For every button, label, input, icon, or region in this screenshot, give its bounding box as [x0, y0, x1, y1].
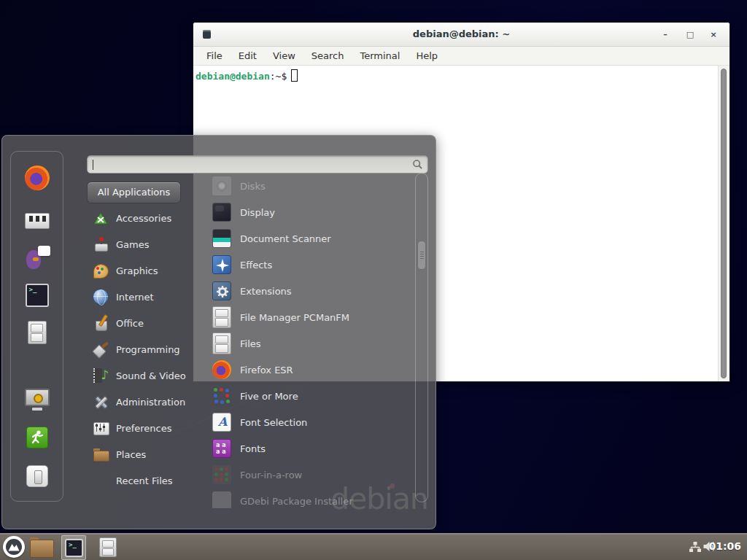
logout-icon[interactable] — [24, 424, 50, 451]
category-places[interactable]: Places — [87, 441, 196, 467]
lock-screen-icon[interactable] — [24, 386, 50, 413]
file-cabinet-icon — [212, 332, 231, 354]
app-four-in-a-row[interactable]: Four-in-a-row — [193, 462, 414, 488]
window-title: debian@debian: ~ — [193, 28, 729, 39]
administration-icon — [93, 394, 109, 410]
file-cabinet-icon[interactable] — [99, 537, 117, 557]
search-input[interactable] — [87, 155, 428, 174]
category-administration[interactable]: Administration — [87, 389, 196, 415]
app-gdebi-package-installer[interactable]: GDebi Package Installer — [193, 488, 414, 508]
prompt-path: :~$ — [270, 71, 287, 82]
menu-file[interactable]: File — [199, 48, 230, 63]
category-list: Accessories Games Graphics Internet Offi… — [87, 205, 196, 494]
effects-icon — [212, 255, 231, 274]
category-preferences[interactable]: Preferences — [87, 415, 196, 441]
category-internet[interactable]: Internet — [87, 284, 196, 310]
places-icon — [93, 446, 109, 462]
disks-icon — [212, 176, 231, 195]
menu-view[interactable]: View — [266, 48, 303, 63]
category-programming[interactable]: Programming — [87, 336, 196, 362]
preferences-icon — [93, 420, 109, 436]
prompt-user-host: debian@debian — [196, 71, 270, 82]
graphics-icon — [93, 262, 109, 279]
app-disks[interactable]: Disks — [193, 173, 414, 199]
terminal-cursor — [291, 69, 298, 82]
category-games[interactable]: Games — [87, 231, 196, 257]
menu-icon[interactable] — [3, 536, 25, 558]
category-accessories[interactable]: Accessories — [87, 205, 196, 231]
category-office[interactable]: Office — [87, 310, 196, 336]
document-scanner-icon — [212, 229, 231, 248]
app-extensions[interactable]: Extensions — [193, 278, 414, 304]
terminal-icon[interactable]: >_ — [26, 284, 49, 307]
terminal-icon: >_ — [65, 539, 83, 557]
app-fonts[interactable]: Fonts — [193, 435, 414, 462]
terminal-taskbar-button[interactable]: >_ — [61, 535, 86, 560]
application-list: Disks Display Document Scanner Effects E… — [193, 173, 414, 508]
monitor-shape — [25, 389, 50, 406]
app-five-or-more[interactable]: Five or More — [193, 383, 414, 409]
running-figure — [28, 429, 46, 446]
app-list-scrollbar[interactable] — [415, 173, 428, 502]
close-button[interactable]: × — [706, 28, 721, 42]
category-recent-files[interactable]: Recent Files — [87, 467, 196, 494]
text-caret — [93, 160, 93, 170]
menu-edit[interactable]: Edit — [231, 48, 264, 63]
extensions-icon — [212, 281, 231, 300]
all-applications-button[interactable]: All Applications — [87, 182, 181, 203]
fonts-icon — [212, 439, 231, 458]
four-in-a-row-icon — [212, 465, 231, 484]
folder-icon[interactable] — [30, 537, 53, 556]
shutdown-icon[interactable] — [24, 463, 50, 489]
search-icon — [412, 159, 423, 170]
app-file-manager-pcmanfm[interactable]: File Manager PCManFM — [193, 304, 414, 330]
category-graphics[interactable]: Graphics — [87, 257, 196, 284]
maximize-button[interactable]: □ — [683, 28, 697, 42]
mixer-shape — [25, 213, 50, 229]
desktop: debian debian@debian: ~ – □ × File Edit … — [0, 0, 747, 560]
app-document-scanner[interactable]: Document Scanner — [193, 225, 414, 252]
app-firefox-esr[interactable]: Firefox ESR — [193, 357, 414, 383]
app-display[interactable]: Display — [193, 199, 414, 225]
menu-help[interactable]: Help — [409, 48, 445, 63]
taskbar: >_ 01:06 — [0, 533, 747, 560]
app-effects[interactable]: Effects — [193, 252, 414, 278]
menu-logo — [3, 536, 25, 558]
network-icon[interactable] — [689, 541, 702, 556]
penguin-beak — [33, 257, 39, 261]
speech-bubble — [38, 246, 50, 256]
programming-icon — [93, 341, 109, 357]
app-files[interactable]: Files — [193, 330, 414, 357]
file-cabinet-icon[interactable] — [28, 321, 47, 344]
category-sound-video[interactable]: Sound & Video — [87, 362, 196, 389]
scrollbar-thumb[interactable] — [417, 241, 426, 270]
monitor-stand — [32, 408, 42, 411]
display-icon — [212, 203, 231, 222]
file-cabinet-icon — [212, 306, 231, 328]
pidgin-icon[interactable] — [24, 244, 50, 271]
games-icon — [93, 236, 109, 252]
clock[interactable]: 01:06 — [708, 540, 741, 552]
font-selection-icon — [212, 413, 231, 432]
app-font-selection[interactable]: Font Selection — [193, 409, 414, 435]
switch-shape — [26, 465, 48, 487]
mixer-icon[interactable] — [24, 208, 50, 234]
menu-terminal[interactable]: Terminal — [352, 48, 407, 63]
minimize-button[interactable]: – — [658, 28, 673, 42]
office-icon — [93, 315, 109, 331]
internet-icon — [93, 289, 109, 305]
terminal-titlebar[interactable]: debian@debian: ~ – □ × — [193, 23, 729, 47]
firefox-icon[interactable] — [25, 166, 50, 190]
gdebi-icon — [212, 491, 231, 508]
favorites-panel: >_ — [10, 151, 63, 502]
scrollbar-thumb[interactable] — [721, 69, 727, 378]
firefox-icon — [212, 360, 231, 379]
sound-video-icon — [93, 368, 109, 384]
five-or-more-icon — [212, 386, 231, 405]
terminal-scrollbar[interactable] — [718, 66, 729, 381]
menu-search[interactable]: Search — [304, 48, 352, 63]
accessories-icon — [93, 210, 109, 226]
terminal-menubar: File Edit View Search Terminal Help — [193, 47, 729, 66]
blank-icon — [93, 472, 109, 489]
application-menu: >_ All Applications Accessories Gam — [1, 135, 436, 529]
